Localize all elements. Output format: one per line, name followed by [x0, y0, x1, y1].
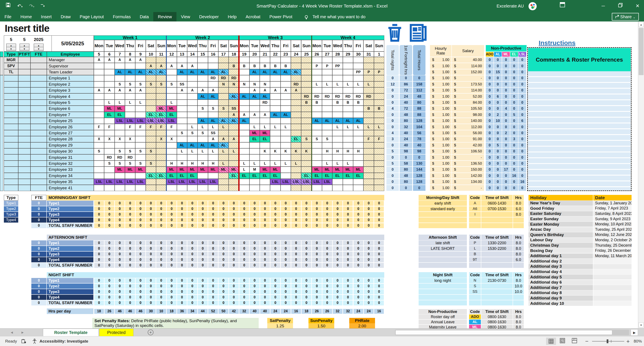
date-cell[interactable]: 6 — [104, 52, 114, 57]
row-type-cell[interactable] — [4, 106, 18, 112]
ribbon-tab-developer[interactable]: Developer — [195, 12, 223, 22]
shift-cell[interactable] — [135, 154, 146, 160]
shift-cell[interactable]: RD — [228, 75, 239, 81]
row-fte-cell[interactable] — [30, 87, 47, 93]
shift-cell[interactable]: X — [94, 136, 104, 142]
staff-count-cell[interactable]: 0 — [125, 257, 135, 262]
shift-cell[interactable] — [115, 93, 125, 100]
shift-cell[interactable]: A — [104, 87, 114, 93]
horizontal-scroll-thumb[interactable] — [396, 330, 612, 335]
add-sheet-icon[interactable]: + — [148, 330, 154, 335]
instructions-link[interactable]: Instructions — [530, 39, 584, 47]
shift-cell[interactable] — [291, 124, 301, 130]
hourly-rate-cell[interactable]: $1.00 — [430, 63, 452, 69]
shift-cell[interactable]: A — [166, 63, 177, 69]
row-ptft-cell[interactable] — [18, 148, 30, 154]
row-ptft-cell[interactable] — [18, 154, 30, 160]
shift-cell[interactable] — [270, 93, 280, 100]
shift-cell[interactable]: A — [177, 63, 187, 69]
shift-cell[interactable] — [177, 185, 187, 191]
shift-cell[interactable]: L — [353, 124, 364, 130]
staff-count-cell[interactable]: 0 — [281, 201, 290, 206]
total-value-cell[interactable]: 0 — [386, 154, 399, 160]
total-value-cell[interactable]: 4 — [386, 130, 399, 136]
shift-cell[interactable] — [301, 75, 312, 81]
shift-cell[interactable]: A — [135, 57, 146, 63]
shift-cell[interactable] — [146, 179, 156, 185]
shift-cell[interactable] — [343, 136, 353, 142]
employee-name-cell[interactable]: Employee 33 — [47, 166, 94, 172]
hourly-rate-cell[interactable]: $1.00 — [430, 136, 452, 142]
shift-cell[interactable]: L — [332, 124, 342, 130]
shift-cell[interactable] — [208, 57, 218, 63]
shift-cell[interactable]: LSL — [135, 179, 146, 185]
total-value-cell[interactable]: 0 — [413, 75, 426, 81]
staff-count-cell[interactable]: 0 — [333, 240, 342, 246]
staff-count-cell[interactable]: 0 — [136, 252, 145, 257]
staff-count-cell[interactable]: 0 — [198, 218, 208, 222]
shift-cell[interactable]: L — [260, 124, 270, 130]
total-value-cell[interactable]: 24 — [400, 136, 412, 142]
zoom-slider[interactable] — [592, 341, 624, 342]
nonprod-value-cell[interactable]: 2 — [494, 112, 502, 118]
shift-cell[interactable] — [94, 142, 104, 148]
staff-count-cell[interactable]: 0 — [167, 206, 176, 212]
shift-cell[interactable]: EL — [239, 173, 249, 179]
nonprod-value-cell[interactable]: 0 — [510, 69, 518, 75]
total-staff-cell[interactable]: 0 — [94, 223, 104, 228]
total-staff-cell[interactable]: 0 — [270, 263, 280, 268]
salary-cell[interactable]: $56.00 — [452, 130, 484, 136]
row-fte-cell[interactable] — [30, 160, 47, 166]
shift-cell[interactable] — [177, 106, 187, 112]
staff-count-cell[interactable]: 0 — [104, 284, 114, 289]
shift-cell[interactable] — [104, 142, 114, 148]
hrs-per-day-cell[interactable]: 40 — [260, 309, 270, 314]
shift-cell[interactable]: H — [208, 160, 218, 166]
shift-cell[interactable]: S — [146, 148, 156, 154]
shift-cell[interactable] — [94, 160, 104, 166]
staff-count-cell[interactable]: 0 — [250, 284, 259, 289]
nonprod-value-cell[interactable]: 0 — [502, 88, 510, 93]
shift-cell[interactable]: AL — [312, 118, 322, 124]
shift-cell[interactable]: F — [135, 124, 146, 130]
row-ptft-cell[interactable] — [18, 63, 30, 69]
staff-count-cell[interactable]: 0 — [343, 240, 353, 246]
shift-cell[interactable]: RD — [218, 75, 228, 81]
shift-cell[interactable]: RD — [208, 75, 218, 81]
type-fte-cell[interactable]: 0 — [31, 201, 46, 206]
staff-count-cell[interactable]: 0 — [364, 240, 374, 246]
staff-count-cell[interactable]: 0 — [291, 284, 301, 289]
sheet-nav-left-icon[interactable]: ◂ — [11, 328, 13, 336]
nonprod-value-cell[interactable]: 0 — [486, 88, 494, 93]
shift-cell[interactable]: LSL — [104, 179, 114, 185]
staff-count-cell[interactable]: 0 — [229, 289, 239, 294]
staff-count-cell[interactable]: 0 — [333, 289, 342, 294]
staff-count-cell[interactable]: 0 — [167, 295, 176, 300]
shift-cell[interactable]: EL — [291, 136, 301, 142]
row-type-cell[interactable] — [4, 166, 18, 172]
shift-cell[interactable]: EL — [270, 173, 280, 179]
shift-cell[interactable]: A — [260, 112, 270, 118]
total-value-cell[interactable]: 0 — [386, 94, 399, 99]
shift-cell[interactable]: EL — [228, 173, 239, 179]
staff-count-cell[interactable]: 0 — [218, 218, 228, 222]
staff-count-cell[interactable]: 0 — [229, 295, 239, 300]
shift-cell[interactable]: S — [115, 81, 125, 87]
shift-cell[interactable] — [125, 93, 135, 100]
shift-cell[interactable]: ML — [177, 166, 187, 172]
staff-count-cell[interactable]: 0 — [239, 240, 249, 246]
shift-cell[interactable]: ML — [198, 166, 208, 172]
shift-cell[interactable]: A — [156, 63, 166, 69]
shift-cell[interactable] — [146, 166, 156, 172]
nonprod-value-cell[interactable]: 0 — [510, 82, 518, 87]
ribbon-tab-power-pivot[interactable]: Power Pivot — [265, 12, 297, 22]
row-fte-cell[interactable] — [30, 173, 47, 179]
shift-cell[interactable]: EL — [353, 173, 364, 179]
shift-cell[interactable] — [260, 185, 270, 191]
staff-count-cell[interactable]: 0 — [250, 206, 259, 212]
ribbon-tab-file[interactable]: File — [0, 12, 16, 22]
total-staff-cell[interactable]: 0 — [104, 300, 114, 306]
shift-cell[interactable] — [94, 100, 104, 106]
shift-cell[interactable]: AL — [260, 69, 270, 75]
total-staff-cell[interactable]: 0 — [156, 223, 166, 228]
